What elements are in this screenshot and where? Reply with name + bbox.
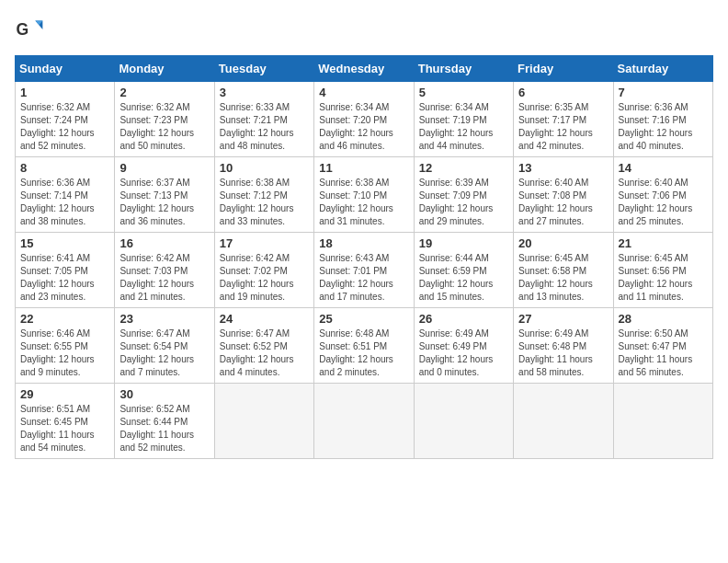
daylight-label: Daylight: 12 hours and 52 minutes. (20, 128, 95, 151)
sunset-label: Sunset: 6:52 PM (220, 341, 288, 351)
sunrise-label: Sunrise: 6:50 AM (619, 328, 688, 339)
day-info: Sunrise: 6:45 AMSunset: 6:56 PMDaylight:… (619, 252, 708, 304)
day-number: 22 (20, 312, 109, 326)
weekday-header-saturday: Saturday (613, 56, 712, 82)
calendar-day: 4Sunrise: 6:34 AMSunset: 7:20 PMDaylight… (314, 82, 414, 157)
sunrise-label: Sunrise: 6:40 AM (619, 178, 688, 188)
calendar-day: 16Sunrise: 6:42 AMSunset: 7:03 PMDayligh… (115, 233, 214, 308)
weekday-header-tuesday: Tuesday (214, 56, 313, 82)
sunset-label: Sunset: 7:09 PM (419, 190, 487, 201)
sunset-label: Sunset: 7:08 PM (518, 190, 586, 201)
sunrise-label: Sunrise: 6:37 AM (119, 178, 189, 188)
calendar-day: 12Sunrise: 6:39 AMSunset: 7:09 PMDayligh… (414, 157, 513, 233)
sunset-label: Sunset: 6:59 PM (419, 266, 487, 276)
day-number: 14 (619, 161, 708, 175)
sunset-label: Sunset: 6:47 PM (619, 341, 687, 351)
calendar-day: 27Sunrise: 6:49 AMSunset: 6:48 PMDayligh… (514, 308, 613, 384)
sunrise-label: Sunrise: 6:32 AM (20, 102, 90, 112)
sunrise-label: Sunrise: 6:38 AM (319, 178, 389, 188)
day-number: 19 (419, 236, 508, 250)
daylight-label: Daylight: 12 hours and 15 minutes. (419, 279, 494, 302)
sunset-label: Sunset: 7:12 PM (220, 190, 288, 201)
sunrise-label: Sunrise: 6:42 AM (119, 253, 189, 263)
page-header: G (15, 15, 713, 44)
weekday-header-monday: Monday (115, 56, 214, 82)
sunset-label: Sunset: 7:24 PM (20, 115, 88, 125)
calendar-week-4: 22Sunrise: 6:46 AMSunset: 6:55 PMDayligh… (16, 308, 713, 384)
sunset-label: Sunset: 7:17 PM (518, 115, 586, 125)
sunrise-label: Sunrise: 6:46 AM (20, 328, 90, 339)
calendar-day: 7Sunrise: 6:36 AMSunset: 7:16 PMDaylight… (613, 82, 712, 157)
day-info: Sunrise: 6:47 AMSunset: 6:52 PMDaylight:… (220, 327, 309, 379)
daylight-label: Daylight: 12 hours and 17 minutes. (319, 279, 393, 302)
day-info: Sunrise: 6:47 AMSunset: 6:54 PMDaylight:… (119, 327, 209, 379)
daylight-label: Daylight: 12 hours and 33 minutes. (220, 203, 294, 226)
sunset-label: Sunset: 6:51 PM (319, 341, 387, 351)
day-number: 25 (319, 312, 408, 326)
day-number: 12 (419, 161, 508, 175)
day-number: 15 (20, 236, 109, 250)
sunrise-label: Sunrise: 6:48 AM (319, 328, 389, 339)
weekday-header-thursday: Thursday (414, 56, 513, 82)
calendar-day: 10Sunrise: 6:38 AMSunset: 7:12 PMDayligh… (214, 157, 313, 233)
day-info: Sunrise: 6:49 AMSunset: 6:48 PMDaylight:… (518, 327, 608, 379)
calendar-day: 23Sunrise: 6:47 AMSunset: 6:54 PMDayligh… (115, 308, 214, 384)
calendar-day: 25Sunrise: 6:48 AMSunset: 6:51 PMDayligh… (314, 308, 414, 384)
svg-text:G: G (17, 20, 29, 39)
day-info: Sunrise: 6:43 AMSunset: 7:01 PMDaylight:… (319, 252, 408, 304)
daylight-label: Daylight: 12 hours and 40 minutes. (619, 128, 693, 151)
day-number: 29 (20, 387, 109, 401)
day-info: Sunrise: 6:32 AMSunset: 7:24 PMDaylight:… (20, 101, 109, 153)
calendar-day: 8Sunrise: 6:36 AMSunset: 7:14 PMDaylight… (16, 157, 115, 233)
sunset-label: Sunset: 6:44 PM (119, 417, 188, 427)
calendar-day: 21Sunrise: 6:45 AMSunset: 6:56 PMDayligh… (613, 233, 712, 308)
sunset-label: Sunset: 7:20 PM (319, 115, 387, 125)
calendar-day: 29Sunrise: 6:51 AMSunset: 6:45 PMDayligh… (16, 384, 115, 459)
sunset-label: Sunset: 6:49 PM (419, 341, 487, 351)
daylight-label: Daylight: 11 hours and 58 minutes. (518, 354, 593, 377)
sunset-label: Sunset: 6:55 PM (20, 341, 88, 351)
sunset-label: Sunset: 7:21 PM (220, 115, 288, 125)
day-number: 1 (20, 86, 109, 99)
sunrise-label: Sunrise: 6:47 AM (220, 328, 290, 339)
day-info: Sunrise: 6:51 AMSunset: 6:45 PMDaylight:… (20, 403, 109, 454)
sunrise-label: Sunrise: 6:44 AM (419, 253, 489, 263)
daylight-label: Daylight: 11 hours and 52 minutes. (119, 430, 194, 453)
calendar-day: 15Sunrise: 6:41 AMSunset: 7:05 PMDayligh… (16, 233, 115, 308)
day-info: Sunrise: 6:41 AMSunset: 7:05 PMDaylight:… (20, 252, 109, 304)
day-info: Sunrise: 6:50 AMSunset: 6:47 PMDaylight:… (619, 327, 708, 379)
calendar-week-1: 1Sunrise: 6:32 AMSunset: 7:24 PMDaylight… (16, 82, 713, 157)
calendar-day: 3Sunrise: 6:33 AMSunset: 7:21 PMDaylight… (214, 82, 313, 157)
day-number: 5 (419, 86, 508, 99)
calendar-day: 19Sunrise: 6:44 AMSunset: 6:59 PMDayligh… (414, 233, 513, 308)
day-number: 13 (518, 161, 608, 175)
sunrise-label: Sunrise: 6:32 AM (119, 102, 189, 112)
daylight-label: Daylight: 12 hours and 36 minutes. (119, 203, 194, 226)
logo: G (15, 15, 48, 44)
day-number: 9 (119, 161, 209, 175)
day-info: Sunrise: 6:52 AMSunset: 6:44 PMDaylight:… (119, 403, 209, 454)
sunrise-label: Sunrise: 6:34 AM (319, 102, 389, 112)
daylight-label: Daylight: 12 hours and 21 minutes. (119, 279, 194, 302)
sunrise-label: Sunrise: 6:47 AM (119, 328, 189, 339)
sunrise-label: Sunrise: 6:45 AM (518, 253, 588, 263)
day-number: 16 (119, 236, 209, 250)
calendar-day (514, 384, 613, 459)
calendar-day: 17Sunrise: 6:42 AMSunset: 7:02 PMDayligh… (214, 233, 313, 308)
day-info: Sunrise: 6:45 AMSunset: 6:58 PMDaylight:… (518, 252, 608, 304)
calendar-week-5: 29Sunrise: 6:51 AMSunset: 6:45 PMDayligh… (16, 384, 713, 459)
sunrise-label: Sunrise: 6:49 AM (518, 328, 588, 339)
sunset-label: Sunset: 6:54 PM (119, 341, 188, 351)
sunset-label: Sunset: 7:05 PM (20, 266, 88, 276)
calendar-day: 9Sunrise: 6:37 AMSunset: 7:13 PMDaylight… (115, 157, 214, 233)
calendar-day (414, 384, 513, 459)
day-info: Sunrise: 6:37 AMSunset: 7:13 PMDaylight:… (119, 177, 209, 228)
daylight-label: Daylight: 11 hours and 54 minutes. (20, 430, 95, 453)
day-info: Sunrise: 6:39 AMSunset: 7:09 PMDaylight:… (419, 177, 508, 228)
daylight-label: Daylight: 12 hours and 31 minutes. (319, 203, 393, 226)
calendar-day: 30Sunrise: 6:52 AMSunset: 6:44 PMDayligh… (115, 384, 214, 459)
sunset-label: Sunset: 6:45 PM (20, 417, 88, 427)
calendar-day: 11Sunrise: 6:38 AMSunset: 7:10 PMDayligh… (314, 157, 414, 233)
day-info: Sunrise: 6:44 AMSunset: 6:59 PMDaylight:… (419, 252, 508, 304)
day-info: Sunrise: 6:36 AMSunset: 7:14 PMDaylight:… (20, 177, 109, 228)
